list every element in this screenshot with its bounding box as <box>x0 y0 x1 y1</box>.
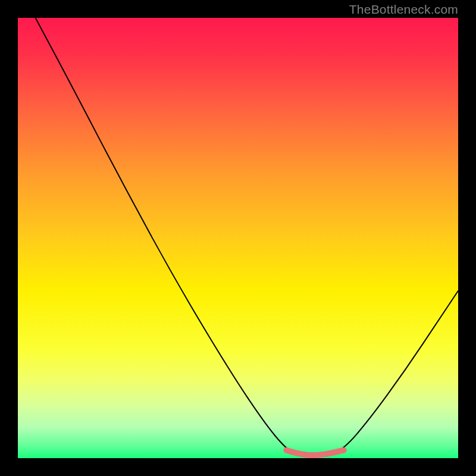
chart-container: TheBottleneck.com <box>0 0 476 476</box>
watermark-text: TheBottleneck.com <box>349 2 458 17</box>
plot-area <box>18 18 458 458</box>
chart-svg <box>18 18 458 458</box>
bottleneck-curve <box>36 18 458 456</box>
valley-highlight <box>286 450 343 455</box>
